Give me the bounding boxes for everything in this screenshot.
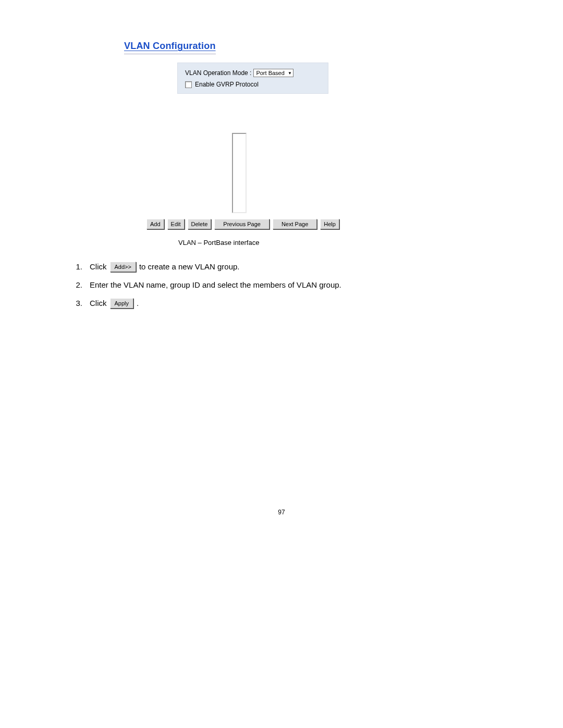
apply-inline-button[interactable]: Apply [110, 298, 134, 309]
mode-row: VLAN Operation Mode : Port Based [185, 69, 322, 77]
delete-button[interactable]: Delete [188, 219, 212, 229]
edit-button[interactable]: Edit [167, 219, 185, 229]
gvrp-checkbox[interactable] [185, 81, 192, 88]
step-2-number: 2. [71, 279, 82, 291]
document-page: VLAN Configuration VLAN Operation Mode :… [0, 0, 563, 728]
add-inline-button[interactable]: Add>> [110, 262, 136, 272]
page-title: VLAN Configuration [124, 41, 216, 55]
step-3-text-a: Click [90, 298, 107, 309]
button-row: Add Edit Delete Previous Page Next Page … [146, 219, 339, 229]
gvrp-label: Enable GVRP Protocol [195, 81, 259, 88]
mode-select-wrap[interactable]: Port Based [253, 69, 293, 77]
gvrp-row: Enable GVRP Protocol [185, 81, 322, 88]
step-1: 1. Click Add>> to create a new VLAN grou… [71, 261, 446, 273]
step-2: 2. Enter the VLAN name, group ID and sel… [71, 279, 446, 291]
step-1-text-b: to create a new VLAN group. [139, 261, 240, 273]
step-3: 3. Click Apply . [71, 298, 446, 309]
step-1-text-a: Click [90, 261, 107, 273]
figure-caption: VLAN – PortBase interface [178, 239, 259, 246]
help-button[interactable]: Help [320, 219, 339, 229]
mode-label: VLAN Operation Mode : [185, 69, 251, 77]
instruction-steps: 1. Click Add>> to create a new VLAN grou… [71, 261, 446, 316]
heading-wrap: VLAN Configuration [124, 41, 239, 55]
next-page-button[interactable]: Next Page [273, 219, 317, 229]
add-button[interactable]: Add [146, 219, 164, 229]
previous-page-button[interactable]: Previous Page [214, 219, 270, 229]
step-3-text-b: . [137, 298, 139, 309]
step-1-number: 1. [71, 261, 82, 273]
step-3-number: 3. [71, 298, 82, 309]
step-2-text: Enter the VLAN name, group ID and select… [90, 279, 341, 291]
vlan-listbox[interactable] [232, 133, 247, 213]
vlan-mode-panel: VLAN Operation Mode : Port Based Enable … [177, 63, 328, 94]
mode-select[interactable]: Port Based [253, 69, 293, 77]
page-number: 97 [0, 509, 563, 516]
